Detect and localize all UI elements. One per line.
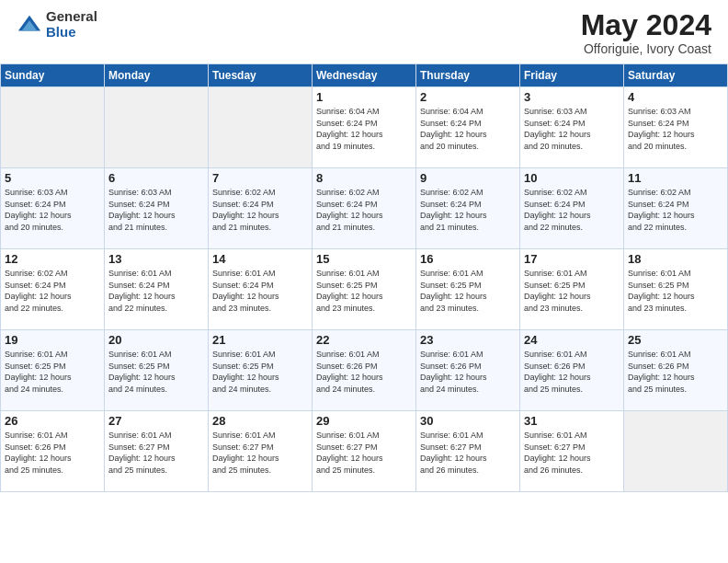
logo-general: General bbox=[46, 9, 97, 25]
header: General Blue May 2024 Offoriguie, Ivory … bbox=[0, 0, 728, 62]
header-monday: Monday bbox=[105, 64, 209, 87]
day-number: 8 bbox=[316, 171, 412, 185]
week-row-1: 1Sunrise: 6:04 AM Sunset: 6:24 PM Daylig… bbox=[1, 87, 728, 168]
page: General Blue May 2024 Offoriguie, Ivory … bbox=[0, 0, 728, 563]
day-info: Sunrise: 6:01 AM Sunset: 6:24 PM Dayligh… bbox=[212, 268, 308, 314]
day-number: 18 bbox=[628, 252, 723, 266]
day-number: 12 bbox=[5, 252, 100, 266]
day-number: 17 bbox=[524, 252, 620, 266]
day-info: Sunrise: 6:01 AM Sunset: 6:26 PM Dayligh… bbox=[316, 349, 412, 395]
header-sunday: Sunday bbox=[1, 64, 105, 87]
calendar-cell: 9Sunrise: 6:02 AM Sunset: 6:24 PM Daylig… bbox=[416, 168, 520, 249]
day-info: Sunrise: 6:03 AM Sunset: 6:24 PM Dayligh… bbox=[524, 106, 620, 152]
day-number: 30 bbox=[420, 414, 516, 428]
calendar-cell: 30Sunrise: 6:01 AM Sunset: 6:27 PM Dayli… bbox=[416, 411, 520, 492]
logo-blue: Blue bbox=[46, 25, 97, 40]
day-info: Sunrise: 6:01 AM Sunset: 6:25 PM Dayligh… bbox=[628, 268, 723, 314]
day-info: Sunrise: 6:04 AM Sunset: 6:24 PM Dayligh… bbox=[316, 106, 412, 152]
calendar-cell: 23Sunrise: 6:01 AM Sunset: 6:26 PM Dayli… bbox=[416, 330, 520, 411]
calendar-cell bbox=[105, 87, 209, 168]
day-number: 20 bbox=[108, 333, 204, 347]
week-row-3: 12Sunrise: 6:02 AM Sunset: 6:24 PM Dayli… bbox=[1, 249, 728, 330]
calendar-cell: 17Sunrise: 6:01 AM Sunset: 6:25 PM Dayli… bbox=[520, 249, 624, 330]
day-number: 7 bbox=[212, 171, 308, 185]
day-info: Sunrise: 6:01 AM Sunset: 6:25 PM Dayligh… bbox=[524, 268, 620, 314]
day-info: Sunrise: 6:02 AM Sunset: 6:24 PM Dayligh… bbox=[5, 268, 100, 314]
week-row-2: 5Sunrise: 6:03 AM Sunset: 6:24 PM Daylig… bbox=[1, 168, 728, 249]
day-info: Sunrise: 6:03 AM Sunset: 6:24 PM Dayligh… bbox=[628, 106, 723, 152]
calendar-cell bbox=[1, 87, 105, 168]
day-number: 3 bbox=[524, 90, 620, 104]
calendar-cell bbox=[209, 87, 313, 168]
calendar-cell bbox=[624, 411, 728, 492]
day-number: 22 bbox=[316, 333, 412, 347]
week-row-4: 19Sunrise: 6:01 AM Sunset: 6:25 PM Dayli… bbox=[1, 330, 728, 411]
day-number: 10 bbox=[524, 171, 620, 185]
calendar-cell: 28Sunrise: 6:01 AM Sunset: 6:27 PM Dayli… bbox=[209, 411, 313, 492]
calendar-cell: 5Sunrise: 6:03 AM Sunset: 6:24 PM Daylig… bbox=[1, 168, 105, 249]
day-number: 14 bbox=[212, 252, 308, 266]
calendar-cell: 15Sunrise: 6:01 AM Sunset: 6:25 PM Dayli… bbox=[313, 249, 416, 330]
day-info: Sunrise: 6:03 AM Sunset: 6:24 PM Dayligh… bbox=[108, 187, 204, 233]
day-number: 16 bbox=[420, 252, 516, 266]
day-number: 15 bbox=[316, 252, 412, 266]
calendar-cell: 25Sunrise: 6:01 AM Sunset: 6:26 PM Dayli… bbox=[624, 330, 728, 411]
day-info: Sunrise: 6:01 AM Sunset: 6:27 PM Dayligh… bbox=[108, 430, 204, 476]
header-tuesday: Tuesday bbox=[209, 64, 313, 87]
day-number: 13 bbox=[108, 252, 204, 266]
day-number: 29 bbox=[316, 414, 412, 428]
day-info: Sunrise: 6:01 AM Sunset: 6:26 PM Dayligh… bbox=[420, 349, 516, 395]
calendar-cell: 2Sunrise: 6:04 AM Sunset: 6:24 PM Daylig… bbox=[416, 87, 520, 168]
calendar-cell: 13Sunrise: 6:01 AM Sunset: 6:24 PM Dayli… bbox=[105, 249, 209, 330]
header-thursday: Thursday bbox=[416, 64, 520, 87]
day-number: 27 bbox=[108, 414, 204, 428]
header-friday: Friday bbox=[520, 64, 624, 87]
calendar-cell: 14Sunrise: 6:01 AM Sunset: 6:24 PM Dayli… bbox=[209, 249, 313, 330]
days-header-row: Sunday Monday Tuesday Wednesday Thursday… bbox=[1, 64, 728, 87]
day-info: Sunrise: 6:01 AM Sunset: 6:24 PM Dayligh… bbox=[108, 268, 204, 314]
calendar-cell: 20Sunrise: 6:01 AM Sunset: 6:25 PM Dayli… bbox=[105, 330, 209, 411]
calendar-cell: 29Sunrise: 6:01 AM Sunset: 6:27 PM Dayli… bbox=[313, 411, 416, 492]
calendar-cell: 16Sunrise: 6:01 AM Sunset: 6:25 PM Dayli… bbox=[416, 249, 520, 330]
day-info: Sunrise: 6:02 AM Sunset: 6:24 PM Dayligh… bbox=[420, 187, 516, 233]
day-info: Sunrise: 6:01 AM Sunset: 6:26 PM Dayligh… bbox=[628, 349, 723, 395]
calendar-cell: 27Sunrise: 6:01 AM Sunset: 6:27 PM Dayli… bbox=[105, 411, 209, 492]
title-block: May 2024 Offoriguie, Ivory Coast bbox=[581, 9, 711, 56]
logo: General Blue bbox=[17, 9, 97, 40]
day-number: 31 bbox=[524, 414, 620, 428]
calendar-cell: 8Sunrise: 6:02 AM Sunset: 6:24 PM Daylig… bbox=[313, 168, 416, 249]
day-info: Sunrise: 6:03 AM Sunset: 6:24 PM Dayligh… bbox=[5, 187, 100, 233]
calendar-cell: 24Sunrise: 6:01 AM Sunset: 6:26 PM Dayli… bbox=[520, 330, 624, 411]
calendar-cell: 1Sunrise: 6:04 AM Sunset: 6:24 PM Daylig… bbox=[313, 87, 416, 168]
calendar-cell: 7Sunrise: 6:02 AM Sunset: 6:24 PM Daylig… bbox=[209, 168, 313, 249]
day-number: 6 bbox=[108, 171, 204, 185]
calendar-cell: 3Sunrise: 6:03 AM Sunset: 6:24 PM Daylig… bbox=[520, 87, 624, 168]
day-info: Sunrise: 6:04 AM Sunset: 6:24 PM Dayligh… bbox=[420, 106, 516, 152]
title-month: May 2024 bbox=[581, 9, 711, 41]
day-info: Sunrise: 6:01 AM Sunset: 6:27 PM Dayligh… bbox=[420, 430, 516, 476]
day-number: 25 bbox=[628, 333, 723, 347]
day-info: Sunrise: 6:01 AM Sunset: 6:25 PM Dayligh… bbox=[420, 268, 516, 314]
week-row-5: 26Sunrise: 6:01 AM Sunset: 6:26 PM Dayli… bbox=[1, 411, 728, 492]
day-info: Sunrise: 6:01 AM Sunset: 6:27 PM Dayligh… bbox=[212, 430, 308, 476]
calendar-cell: 10Sunrise: 6:02 AM Sunset: 6:24 PM Dayli… bbox=[520, 168, 624, 249]
calendar: Sunday Monday Tuesday Wednesday Thursday… bbox=[0, 63, 728, 492]
calendar-cell: 18Sunrise: 6:01 AM Sunset: 6:25 PM Dayli… bbox=[624, 249, 728, 330]
day-number: 24 bbox=[524, 333, 620, 347]
day-number: 1 bbox=[316, 90, 412, 104]
calendar-cell: 21Sunrise: 6:01 AM Sunset: 6:25 PM Dayli… bbox=[209, 330, 313, 411]
day-info: Sunrise: 6:02 AM Sunset: 6:24 PM Dayligh… bbox=[628, 187, 723, 233]
day-number: 5 bbox=[5, 171, 100, 185]
calendar-cell: 26Sunrise: 6:01 AM Sunset: 6:26 PM Dayli… bbox=[1, 411, 105, 492]
day-info: Sunrise: 6:01 AM Sunset: 6:25 PM Dayligh… bbox=[316, 268, 412, 314]
day-number: 28 bbox=[212, 414, 308, 428]
calendar-cell: 31Sunrise: 6:01 AM Sunset: 6:27 PM Dayli… bbox=[520, 411, 624, 492]
day-info: Sunrise: 6:02 AM Sunset: 6:24 PM Dayligh… bbox=[212, 187, 308, 233]
calendar-cell: 4Sunrise: 6:03 AM Sunset: 6:24 PM Daylig… bbox=[624, 87, 728, 168]
day-info: Sunrise: 6:01 AM Sunset: 6:25 PM Dayligh… bbox=[5, 349, 100, 395]
title-location: Offoriguie, Ivory Coast bbox=[581, 41, 711, 56]
day-number: 23 bbox=[420, 333, 516, 347]
day-info: Sunrise: 6:01 AM Sunset: 6:26 PM Dayligh… bbox=[5, 430, 100, 476]
calendar-cell: 22Sunrise: 6:01 AM Sunset: 6:26 PM Dayli… bbox=[313, 330, 416, 411]
day-info: Sunrise: 6:01 AM Sunset: 6:26 PM Dayligh… bbox=[524, 349, 620, 395]
